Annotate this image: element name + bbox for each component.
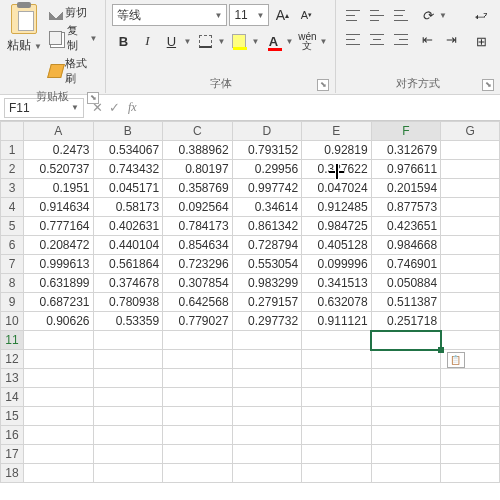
cell-F11[interactable] (371, 331, 441, 350)
align-middle-button[interactable] (366, 4, 388, 26)
row-header-14[interactable]: 14 (1, 388, 24, 407)
cell-A1[interactable]: 0.2473 (24, 141, 94, 160)
cell-C8[interactable]: 0.307854 (163, 274, 233, 293)
border-dropdown[interactable]: ▼ (216, 30, 226, 52)
cell-C3[interactable]: 0.358769 (163, 179, 233, 198)
cell-B16[interactable] (93, 426, 163, 445)
cell-F6[interactable]: 0.984668 (371, 236, 441, 255)
cell-E16[interactable] (302, 426, 372, 445)
phonetic-dropdown[interactable]: ▼ (318, 30, 328, 52)
cell-B17[interactable] (93, 445, 163, 464)
cell-D6[interactable]: 0.728794 (232, 236, 302, 255)
row-header-6[interactable]: 6 (1, 236, 24, 255)
cell-A16[interactable] (24, 426, 94, 445)
fill-color-dropdown[interactable]: ▼ (250, 30, 260, 52)
increase-indent-button[interactable]: ⇥ (440, 28, 462, 50)
select-all-corner[interactable] (1, 122, 24, 141)
cell-G14[interactable] (441, 388, 500, 407)
cell-G5[interactable] (441, 217, 500, 236)
paste-options-button[interactable]: 📋 (447, 352, 465, 368)
cell-F1[interactable]: 0.312679 (371, 141, 441, 160)
cell-E10[interactable]: 0.911121 (302, 312, 372, 331)
cell-D13[interactable] (232, 369, 302, 388)
cell-C10[interactable]: 0.779027 (163, 312, 233, 331)
row-header-18[interactable]: 18 (1, 464, 24, 483)
cell-D10[interactable]: 0.297732 (232, 312, 302, 331)
cell-B8[interactable]: 0.374678 (93, 274, 163, 293)
cell-A9[interactable]: 0.687231 (24, 293, 94, 312)
cell-C16[interactable] (163, 426, 233, 445)
cell-E6[interactable]: 0.405128 (302, 236, 372, 255)
cell-G2[interactable] (441, 160, 500, 179)
cell-G15[interactable] (441, 407, 500, 426)
cell-F2[interactable]: 0.976611 (371, 160, 441, 179)
cell-D1[interactable]: 0.793152 (232, 141, 302, 160)
fill-color-button[interactable] (228, 30, 250, 52)
merge-button[interactable]: ⊞ (468, 30, 494, 52)
cell-A5[interactable]: 0.777164 (24, 217, 94, 236)
cell-D18[interactable] (232, 464, 302, 483)
cell-A6[interactable]: 0.208472 (24, 236, 94, 255)
cell-A3[interactable]: 0.1951 (24, 179, 94, 198)
increase-font-button[interactable]: A▴ (271, 4, 293, 26)
cell-C2[interactable]: 0.80197 (163, 160, 233, 179)
row-header-11[interactable]: 11 (1, 331, 24, 350)
underline-button[interactable]: U (160, 30, 182, 52)
cell-B4[interactable]: 0.58173 (93, 198, 163, 217)
cell-E9[interactable]: 0.632078 (302, 293, 372, 312)
cell-F3[interactable]: 0.201594 (371, 179, 441, 198)
cell-C5[interactable]: 0.784173 (163, 217, 233, 236)
row-header-16[interactable]: 16 (1, 426, 24, 445)
cell-B18[interactable] (93, 464, 163, 483)
phonetic-button[interactable]: wén文 (296, 30, 318, 52)
cell-G11[interactable] (441, 331, 500, 350)
cell-F5[interactable]: 0.423651 (371, 217, 441, 236)
cell-B6[interactable]: 0.440104 (93, 236, 163, 255)
cell-C14[interactable] (163, 388, 233, 407)
cell-D17[interactable] (232, 445, 302, 464)
cell-B11[interactable] (93, 331, 163, 350)
cell-B12[interactable] (93, 350, 163, 369)
cell-A7[interactable]: 0.999613 (24, 255, 94, 274)
font-color-dropdown[interactable]: ▼ (284, 30, 294, 52)
align-center-button[interactable] (366, 28, 388, 50)
cell-C7[interactable]: 0.723296 (163, 255, 233, 274)
cell-A11[interactable] (24, 331, 94, 350)
formula-bar[interactable] (143, 98, 500, 118)
cell-E4[interactable]: 0.912485 (302, 198, 372, 217)
cell-D5[interactable]: 0.861342 (232, 217, 302, 236)
row-header-17[interactable]: 17 (1, 445, 24, 464)
cell-A14[interactable] (24, 388, 94, 407)
align-left-button[interactable] (342, 28, 364, 50)
cell-B1[interactable]: 0.534067 (93, 141, 163, 160)
cell-C15[interactable] (163, 407, 233, 426)
row-header-7[interactable]: 7 (1, 255, 24, 274)
cell-C12[interactable] (163, 350, 233, 369)
cell-B14[interactable] (93, 388, 163, 407)
spreadsheet-grid[interactable]: ABCDEFG10.24730.5340670.3889620.7931520.… (0, 121, 500, 483)
cell-F18[interactable] (371, 464, 441, 483)
italic-button[interactable]: I (136, 30, 158, 52)
cell-G7[interactable] (441, 255, 500, 274)
col-header-F[interactable]: F (371, 122, 441, 141)
align-right-button[interactable] (390, 28, 412, 50)
cell-F10[interactable]: 0.251718 (371, 312, 441, 331)
cell-G8[interactable] (441, 274, 500, 293)
cell-F17[interactable] (371, 445, 441, 464)
cell-A8[interactable]: 0.631899 (24, 274, 94, 293)
cut-button[interactable]: 剪切 (47, 4, 100, 21)
cell-C4[interactable]: 0.092564 (163, 198, 233, 217)
cell-F9[interactable]: 0.511387 (371, 293, 441, 312)
row-header-4[interactable]: 4 (1, 198, 24, 217)
cell-B9[interactable]: 0.780938 (93, 293, 163, 312)
cell-F16[interactable] (371, 426, 441, 445)
col-header-D[interactable]: D (232, 122, 302, 141)
cell-A2[interactable]: 0.520737 (24, 160, 94, 179)
cell-G3[interactable] (441, 179, 500, 198)
cell-B5[interactable]: 0.402631 (93, 217, 163, 236)
clipboard-launcher[interactable]: ⬊ (87, 92, 99, 104)
font-launcher[interactable]: ⬊ (317, 79, 329, 91)
align-top-button[interactable] (342, 4, 364, 26)
cell-A4[interactable]: 0.914634 (24, 198, 94, 217)
cell-B3[interactable]: 0.045171 (93, 179, 163, 198)
